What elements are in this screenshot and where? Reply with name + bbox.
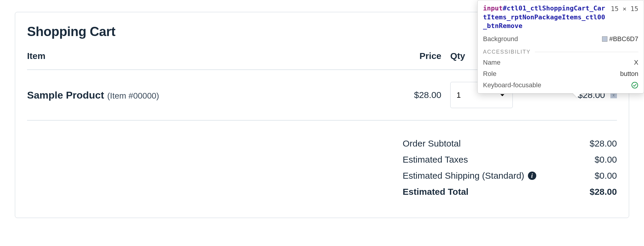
summary-taxes-label: Estimated Taxes <box>403 155 468 165</box>
summary-shipping-row: Estimated Shipping (Standard) i $0.00 <box>403 168 617 184</box>
summary-taxes-value: $0.00 <box>595 155 617 165</box>
order-summary: Order Subtotal $28.00 Estimated Taxes $0… <box>403 136 617 200</box>
summary-subtotal-row: Order Subtotal $28.00 <box>403 136 617 152</box>
color-swatch-icon <box>602 36 607 42</box>
info-icon[interactable]: i <box>528 172 536 180</box>
item-name: Sample Product <box>27 89 104 101</box>
summary-total-row: Estimated Total $28.00 <box>403 184 617 200</box>
item-cell: Sample Product (Item #00000) <box>27 89 391 101</box>
inspect-accessibility-heading: ACCESSIBILITY <box>483 49 531 55</box>
svg-point-0 <box>632 82 638 88</box>
inspect-a11y-role-value: button <box>620 70 638 78</box>
col-price-header: Price <box>391 51 450 61</box>
inspect-selector: input#ctl01_ctlShoppingCart_CartItems_rp… <box>483 4 606 30</box>
inspect-a11y-role-label: Role <box>483 70 496 78</box>
checkmark-icon <box>631 82 638 89</box>
inspect-a11y-focus-label: Keyboard-focusable <box>483 81 541 89</box>
summary-subtotal-value: $28.00 <box>590 138 617 149</box>
summary-total-value: $28.00 <box>590 187 617 197</box>
devtools-inspect-tooltip: input#ctl01_ctlShoppingCart_CartItems_rp… <box>477 0 644 94</box>
inspect-dimensions: 15 × 15 <box>611 4 638 13</box>
item-price: $28.00 <box>391 90 450 100</box>
col-item-header: Item <box>27 51 391 61</box>
inspect-a11y-name-label: Name <box>483 59 501 66</box>
item-number: (Item #00000) <box>107 91 159 100</box>
summary-shipping-value: $0.00 <box>595 171 617 181</box>
summary-total-label: Estimated Total <box>403 187 468 197</box>
inspect-background-label: Background <box>483 35 518 43</box>
summary-taxes-row: Estimated Taxes $0.00 <box>403 152 617 168</box>
inspect-a11y-name-value: X <box>634 59 638 66</box>
summary-shipping-label: Estimated Shipping (Standard) <box>403 171 524 181</box>
inspect-selector-tag: input <box>483 4 503 12</box>
summary-subtotal-label: Order Subtotal <box>403 138 461 149</box>
inspect-background-value: #BBC6D7 <box>609 35 638 43</box>
